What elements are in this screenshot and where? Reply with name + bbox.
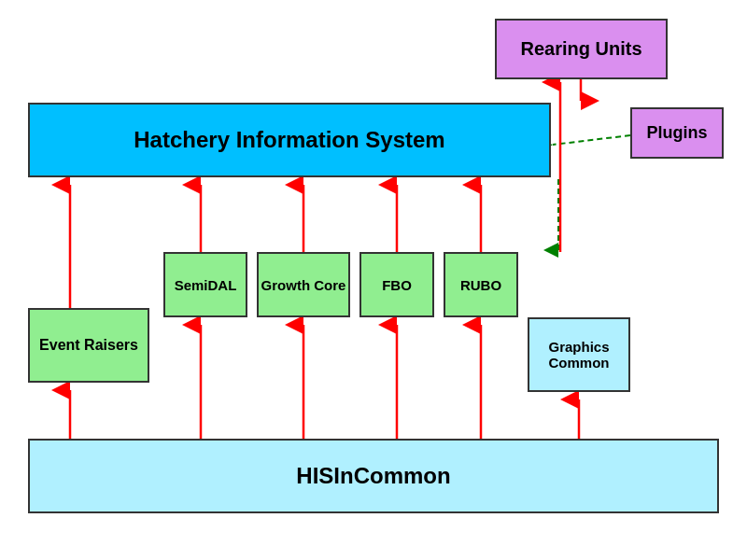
his-label: Hatchery Information System bbox=[134, 127, 444, 153]
rearing-units-label: Rearing Units bbox=[520, 38, 641, 60]
hisincommon-box: HISInCommon bbox=[28, 439, 719, 513]
plugins-label: Plugins bbox=[646, 123, 707, 143]
svg-line-16 bbox=[553, 135, 630, 145]
plugins-box: Plugins bbox=[630, 107, 724, 159]
rubo-label: RUBO bbox=[460, 277, 501, 293]
fbo-label: FBO bbox=[382, 277, 412, 293]
semidal-label: SemiDAL bbox=[175, 277, 237, 293]
rearing-units-box: Rearing Units bbox=[495, 19, 668, 79]
his-box: Hatchery Information System bbox=[28, 103, 551, 177]
event-raisers-label: Event Raisers bbox=[39, 337, 138, 354]
fbo-box: FBO bbox=[359, 252, 434, 317]
semidal-box: SemiDAL bbox=[163, 252, 247, 317]
growthcore-box: Growth Core bbox=[257, 252, 350, 317]
graphics-common-label: Graphics Common bbox=[529, 339, 628, 371]
rubo-box: RUBO bbox=[444, 252, 518, 317]
growthcore-label: Growth Core bbox=[261, 277, 346, 293]
graphics-common-box: Graphics Common bbox=[528, 317, 630, 392]
event-raisers-box: Event Raisers bbox=[28, 308, 149, 383]
diagram-container: Hatchery Information System HISInCommon … bbox=[0, 0, 747, 560]
hisincommon-label: HISInCommon bbox=[296, 463, 450, 489]
